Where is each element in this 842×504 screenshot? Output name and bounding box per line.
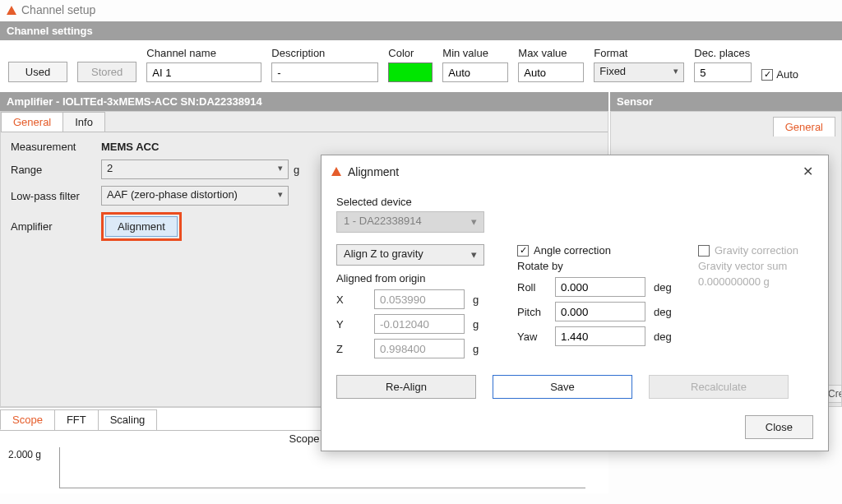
lowpass-label: Low-pass filter <box>11 190 101 202</box>
window-titlebar: Channel setup <box>0 0 842 21</box>
dialog-columns: Align Z to gravity Aligned from origin X… <box>336 244 813 363</box>
amplifier-tabs: General Info <box>1 112 608 132</box>
alignment-highlight: Alignment <box>101 212 182 241</box>
axis-y-value <box>374 314 465 334</box>
range-unit: g <box>294 164 299 176</box>
pitch-label: Pitch <box>517 306 547 318</box>
auto-checkbox-wrap[interactable]: Auto <box>761 68 798 82</box>
used-button[interactable]: Used <box>8 62 67 82</box>
axis-x-unit: g <box>473 294 497 306</box>
axis-z-unit: g <box>473 343 497 355</box>
dialog-button-row: Re-Align Save Recalculate <box>336 375 813 399</box>
max-value-input[interactable] <box>518 62 584 82</box>
yaw-unit: deg <box>654 331 678 343</box>
range-label: Range <box>11 164 101 176</box>
gravity-correction-label: Gravity correction <box>715 244 798 257</box>
dialog-logo-icon <box>331 167 341 176</box>
channel-settings-row: Used Stored Channel name Description Col… <box>0 40 842 92</box>
dialog-body: Selected device 1 - DA22338914 Align Z t… <box>322 187 828 407</box>
aligned-from-origin-label: Aligned from origin <box>336 272 497 284</box>
range-select[interactable]: 2 <box>101 160 289 179</box>
description-input[interactable] <box>271 62 378 82</box>
pitch-unit: deg <box>654 306 678 318</box>
channel-name-input[interactable] <box>146 62 261 82</box>
measurement-value: MEMS ACC <box>101 141 598 153</box>
alignment-button[interactable]: Alignment <box>105 216 178 237</box>
alignment-dialog: Alignment ✕ Selected device 1 - DA223389… <box>321 155 829 451</box>
angle-correction-row[interactable]: Angle correction <box>517 244 678 257</box>
axis-y-unit: g <box>473 318 497 331</box>
channel-settings-header: Channel settings <box>0 21 842 40</box>
rotate-by-label: Rotate by <box>517 260 678 272</box>
stored-button[interactable]: Stored <box>77 62 136 82</box>
yaw-label: Yaw <box>517 331 547 343</box>
max-value-label: Max value <box>518 47 584 59</box>
tab-scope[interactable]: Scope <box>0 409 55 430</box>
amplifier-row-label: Amplifier <box>11 220 101 233</box>
angle-correction-checkbox[interactable] <box>517 245 529 257</box>
color-label: Color <box>388 47 433 59</box>
measurement-label: Measurement <box>11 141 101 153</box>
gravity-correction-row[interactable]: Gravity correction <box>698 244 813 257</box>
app-logo-icon <box>7 6 16 15</box>
dec-places-label: Dec. places <box>694 47 752 59</box>
axis-x-label: X <box>336 294 366 306</box>
align-mode-select[interactable]: Align Z to gravity <box>336 244 484 266</box>
amplifier-header: Amplifier - IOLITEd-3xMEMS-ACC SN:DA2233… <box>0 92 608 111</box>
axis-x-value <box>374 289 465 309</box>
color-swatch[interactable] <box>388 62 433 82</box>
range-select-value: 2 <box>107 162 113 174</box>
save-button[interactable]: Save <box>493 375 632 399</box>
dialog-col-gravity: Gravity correction Gravity vector sum 0.… <box>698 244 813 363</box>
axis-z-label: Z <box>336 343 366 355</box>
yaw-input[interactable] <box>555 326 645 346</box>
dec-places-input[interactable] <box>694 62 752 82</box>
axis-y-label: Y <box>336 318 366 331</box>
axis-z-value <box>374 339 465 358</box>
channel-name-label: Channel name <box>146 47 261 59</box>
realign-button[interactable]: Re-Align <box>336 375 476 399</box>
roll-input[interactable] <box>555 277 645 297</box>
sensor-tab-general[interactable]: General <box>773 117 835 136</box>
gravity-correction-checkbox[interactable] <box>698 245 710 257</box>
window-title-text: Channel setup <box>21 3 95 16</box>
lowpass-select-value: AAF (zero-phase distortion) <box>107 188 238 201</box>
tab-info[interactable]: Info <box>62 112 105 132</box>
tab-scaling[interactable]: Scaling <box>98 409 158 430</box>
selected-device-label: Selected device <box>336 196 813 208</box>
description-label: Description <box>271 47 378 59</box>
dialog-col-origin: Align Z to gravity Aligned from origin X… <box>336 244 497 363</box>
min-value-input[interactable] <box>442 62 508 82</box>
auto-checkbox[interactable] <box>761 69 773 81</box>
selected-device-value: 1 - DA22338914 <box>344 215 422 227</box>
scope-y-value: 2.000 g <box>8 449 41 460</box>
align-mode-value: Align Z to gravity <box>344 247 423 260</box>
selected-device-select[interactable]: 1 - DA22338914 <box>336 211 484 233</box>
roll-unit: deg <box>654 281 678 294</box>
pitch-input[interactable] <box>555 302 645 321</box>
min-value-label: Min value <box>442 47 508 59</box>
format-label: Format <box>594 47 684 59</box>
lowpass-select[interactable]: AAF (zero-phase distortion) <box>101 186 289 206</box>
dialog-titlebar: Alignment ✕ <box>322 155 828 187</box>
close-icon[interactable]: ✕ <box>798 162 818 181</box>
gravity-vector-sum-value: 0.000000000 g <box>698 275 813 288</box>
scope-plot <box>59 447 585 488</box>
dialog-footer: Close <box>322 407 828 439</box>
recalculate-button[interactable]: Recalculate <box>649 375 789 399</box>
gravity-vector-sum-label: Gravity vector sum <box>698 260 813 272</box>
roll-label: Roll <box>517 281 547 294</box>
auto-checkbox-label: Auto <box>776 68 798 81</box>
dialog-title-text: Alignment <box>348 165 399 178</box>
dialog-col-rotate: Angle correction Rotate by Roll deg Pitc… <box>517 244 678 363</box>
format-select[interactable]: Fixed <box>594 62 684 82</box>
tab-fft[interactable]: FFT <box>54 409 99 430</box>
angle-correction-label: Angle correction <box>534 244 611 257</box>
sensor-header: Sensor <box>610 92 842 111</box>
tab-general[interactable]: General <box>1 112 63 132</box>
format-select-value: Fixed <box>599 65 626 77</box>
close-button[interactable]: Close <box>745 415 813 439</box>
